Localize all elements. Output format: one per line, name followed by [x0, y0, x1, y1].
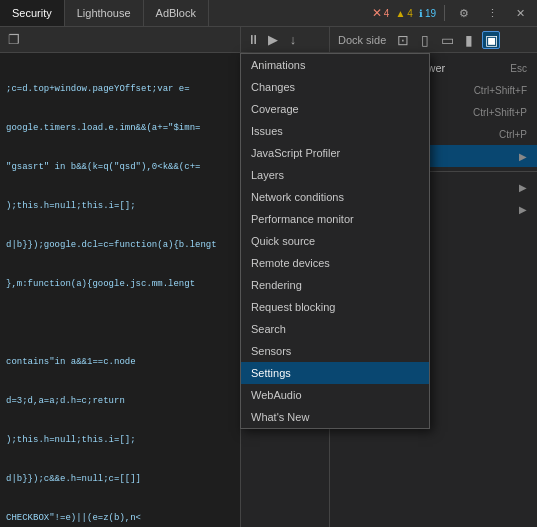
dock-side-label: Dock side [338, 34, 386, 46]
submenu-settings[interactable]: Settings [241, 362, 429, 384]
submenu-js-profiler[interactable]: JavaScript Profiler [241, 142, 429, 164]
dock-bottom-btn[interactable]: ▭ [438, 31, 456, 49]
info-icon: ℹ [419, 8, 423, 19]
error-badge: ✕ 4 [372, 6, 390, 20]
dock-header: Dock side ⊡ ▯ ▭ ▮ ▣ [330, 27, 537, 53]
ctx-arrow-shortcuts: ▶ [519, 182, 527, 193]
code-toolbar: ❐ [0, 27, 240, 53]
more-options-icon[interactable]: ⋮ [481, 2, 503, 24]
expand-panel-icon[interactable]: ❐ [6, 32, 22, 48]
submenu-sensors[interactable]: Sensors [241, 340, 429, 362]
submenu-performance-monitor[interactable]: Performance monitor [241, 208, 429, 230]
submenu-network-conditions[interactable]: Network conditions [241, 186, 429, 208]
ctx-shortcut-run: Ctrl+Shift+P [473, 107, 527, 118]
code-content: ;c=d.top+window.pageYOffset;var e= googl… [0, 53, 240, 527]
info-badge: ℹ 19 [419, 8, 436, 19]
code-panel: ❐ ;c=d.top+window.pageYOffset;var e= goo… [0, 27, 240, 527]
submenu: Animations Changes Coverage Issues JavaS… [240, 53, 430, 429]
ctx-shortcut-open: Ctrl+P [499, 129, 527, 140]
settings-icon[interactable]: ⚙ [453, 2, 475, 24]
submenu-search[interactable]: Search [241, 318, 429, 340]
mid-toolbar: ⏸ ▶ ↓ [241, 27, 329, 53]
submenu-animations[interactable]: Animations [241, 54, 429, 76]
dock-right-btn[interactable]: ▮ [460, 31, 478, 49]
submenu-request-blocking[interactable]: Request blocking [241, 296, 429, 318]
resume-icon[interactable]: ▶ [265, 32, 281, 48]
dock-window-btn[interactable]: ▣ [482, 31, 500, 49]
submenu-webaudio[interactable]: WebAudio [241, 384, 429, 406]
step-icon[interactable]: ↓ [285, 32, 301, 48]
submenu-issues[interactable]: Issues [241, 120, 429, 142]
dock-left-btn[interactable]: ▯ [416, 31, 434, 49]
ctx-arrow-more: ▶ [519, 151, 527, 162]
submenu-rendering[interactable]: Rendering [241, 274, 429, 296]
submenu-remote-devices[interactable]: Remote devices [241, 252, 429, 274]
close-icon[interactable]: ✕ [509, 2, 531, 24]
ctx-shortcut-search: Ctrl+Shift+F [474, 85, 527, 96]
submenu-changes[interactable]: Changes [241, 76, 429, 98]
badge-area: ✕ 4 ▲ 4 ℹ 19 ⚙ ⋮ ✕ [372, 2, 537, 24]
tab-security[interactable]: Security [0, 0, 65, 26]
tab-lighthouse[interactable]: Lighthouse [65, 0, 144, 26]
top-tab-bar: Security Lighthouse AdBlock ✕ 4 ▲ 4 ℹ 19… [0, 0, 537, 27]
submenu-whats-new[interactable]: What's New [241, 406, 429, 428]
ctx-arrow-help: ▶ [519, 204, 527, 215]
pause-icon[interactable]: ⏸ [245, 32, 261, 48]
error-icon: ✕ [372, 6, 382, 20]
tab-adblock[interactable]: AdBlock [144, 0, 209, 26]
warning-icon: ▲ [395, 8, 405, 19]
submenu-coverage[interactable]: Coverage [241, 98, 429, 120]
ctx-shortcut-console: Esc [510, 63, 527, 74]
submenu-quick-source[interactable]: Quick source [241, 230, 429, 252]
dock-undock-btn[interactable]: ⊡ [394, 31, 412, 49]
warning-badge: ▲ 4 [395, 8, 412, 19]
submenu-layers[interactable]: Layers [241, 164, 429, 186]
